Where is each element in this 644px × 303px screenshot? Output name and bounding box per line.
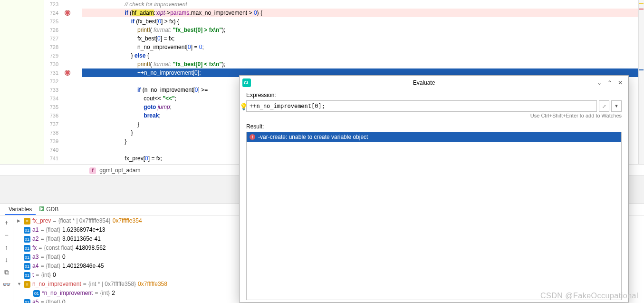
breadcrumb-function: ggml_opt_adam (99, 167, 140, 174)
move-up-button[interactable]: ↑ (2, 243, 11, 252)
gutter-mark-area[interactable] (63, 51, 82, 60)
variable-name: a3 (32, 253, 38, 262)
breakpoint-icon[interactable] (65, 10, 70, 15)
variable-value: 418098.562 (76, 244, 106, 253)
equals-sign: = (36, 271, 39, 280)
expression-row: 💡 ⤢ ▼ (246, 100, 622, 112)
line-number: 726 (44, 26, 63, 34)
move-down-button[interactable]: ↓ (2, 255, 11, 264)
variable-name: fx_prev (32, 216, 51, 225)
gutter-mark-area[interactable] (63, 77, 82, 86)
watermark: CSDN @FakeOccupational (540, 292, 638, 300)
gutter-mark-area[interactable] (63, 43, 82, 51)
code-text: fx_best[0] = fx; (82, 34, 644, 43)
code-line[interactable]: 725 if (fx_best[0] > fx) { (44, 17, 644, 26)
variable-type: {float} (46, 262, 60, 271)
gutter-mark-area[interactable] (63, 128, 82, 137)
expand-arrow-icon[interactable]: ▼ (17, 280, 22, 289)
expand-arrow-icon[interactable]: ▶ (17, 216, 22, 225)
line-number: 733 (44, 86, 63, 94)
copy-button[interactable]: ⧉ (2, 268, 11, 276)
gutter-mark-area[interactable] (63, 103, 82, 111)
run-icon (39, 206, 44, 211)
code-line[interactable]: 724 if (hf_adam::opt->params.max_no_impr… (44, 9, 644, 17)
variable-name: a4 (32, 262, 38, 271)
gutter-mark-area[interactable] (63, 94, 82, 103)
evaluate-dialog: CL Evaluate ⌄ ⌃ ✕ Expression: 💡 ⤢ ▼ Use … (239, 75, 629, 303)
line-number: 738 (44, 128, 63, 137)
gutter-mark-area[interactable] (63, 111, 82, 120)
result-error-row[interactable]: ! -var-create: unable to create variable… (247, 132, 621, 142)
variable-value: 2 (112, 289, 115, 298)
debug-toolbar: + − ↑ ↓ ⧉ 👓 (0, 215, 13, 303)
line-number: 740 (44, 146, 63, 154)
error-icon: ! (250, 134, 255, 140)
gutter-mark-area[interactable] (63, 17, 82, 26)
line-number: 724 (44, 9, 63, 17)
type-badge-icon: 01 (24, 245, 30, 252)
type-badge-icon: 01 (24, 254, 30, 261)
variable-name: a5 (32, 298, 38, 303)
variable-name: a1 (32, 225, 38, 235)
close-icon[interactable]: ✕ (615, 78, 625, 88)
variable-type: {const float} (44, 244, 74, 253)
watches-hint: Use Ctrl+Shift+Enter to add to Watches (246, 113, 622, 118)
dialog-titlebar[interactable]: CL Evaluate ⌄ ⌃ ✕ (240, 76, 628, 90)
gutter-mark-area[interactable] (63, 86, 82, 94)
code-text: printf( format: "fx_best[0] < fx\n"); (82, 60, 644, 68)
editor-scrollbar[interactable] (638, 0, 644, 164)
variable-value: 0x7fffffe354 (113, 216, 142, 225)
equals-sign: = (40, 225, 44, 235)
type-badge-icon: 01 (24, 236, 30, 243)
gutter-mark-area[interactable] (63, 26, 82, 34)
equals-sign: = (83, 280, 87, 289)
breakpoint-icon[interactable] (65, 70, 70, 75)
gutter-mark-area[interactable] (63, 146, 82, 154)
expression-input[interactable] (246, 100, 597, 112)
code-line[interactable]: 728 n_no_improvement[0] = 0; (44, 43, 644, 51)
add-watch-button[interactable]: + (2, 218, 11, 227)
code-line[interactable]: 730 printf( format: "fx_best[0] < fx\n")… (44, 60, 644, 68)
gutter-mark-area[interactable] (63, 34, 82, 43)
dialog-body: Expression: 💡 ⤢ ▼ Use Ctrl+Shift+Enter t… (240, 90, 628, 302)
dialog-title: Evaluate (254, 79, 594, 86)
minimize-icon[interactable]: ⌄ (594, 78, 605, 88)
line-number: 728 (44, 43, 63, 51)
line-number: 732 (44, 77, 63, 86)
editor-left-margin (0, 0, 44, 164)
type-badge-icon: 01 (33, 290, 40, 297)
line-number: 735 (44, 103, 63, 111)
type-badge-icon: 01 (24, 299, 30, 303)
code-text: printf( format: "fx_best[0] > fx\n"); (82, 26, 644, 34)
code-line[interactable]: 726 printf( format: "fx_best[0] > fx\n")… (44, 26, 644, 34)
line-number: 731 (44, 68, 63, 77)
variable-type: {int * | 0x7fffffe358} (88, 280, 136, 289)
code-line[interactable]: 729 } else { (44, 51, 644, 60)
glasses-icon[interactable]: 👓 (2, 280, 11, 289)
line-number: 737 (44, 120, 63, 128)
remove-watch-button[interactable]: − (2, 231, 11, 239)
tab-gdb[interactable]: GDB (36, 204, 62, 215)
code-text: n_no_improvement[0] = 0; (82, 43, 644, 51)
gutter-mark-area[interactable] (63, 120, 82, 128)
expand-icon[interactable]: ⤢ (599, 100, 609, 112)
gutter-mark-area[interactable] (63, 0, 82, 9)
line-number: 730 (44, 60, 63, 68)
result-area: ! -var-create: unable to create variable… (246, 132, 622, 300)
tab-variables[interactable]: Variables (5, 204, 36, 215)
dropdown-icon[interactable]: ▼ (611, 100, 622, 112)
equals-sign: = (40, 262, 44, 271)
gutter-mark-area[interactable] (63, 68, 82, 77)
code-text: if (fx_best[0] > fx) { (82, 17, 644, 26)
bulb-icon[interactable]: 💡 (240, 103, 246, 109)
code-text: // check for improvement (82, 0, 644, 9)
gutter-mark-area[interactable] (63, 137, 82, 146)
gutter-mark-area[interactable] (63, 9, 82, 17)
variable-value: 3.0611365e-41 (62, 235, 101, 244)
maximize-icon[interactable]: ⌃ (605, 78, 615, 88)
code-line[interactable]: 723 // check for improvement (44, 0, 644, 9)
gutter-mark-area[interactable] (63, 154, 82, 163)
code-line[interactable]: 727 fx_best[0] = fx; (44, 34, 644, 43)
line-number: 741 (44, 154, 63, 163)
gutter-mark-area[interactable] (63, 60, 82, 68)
